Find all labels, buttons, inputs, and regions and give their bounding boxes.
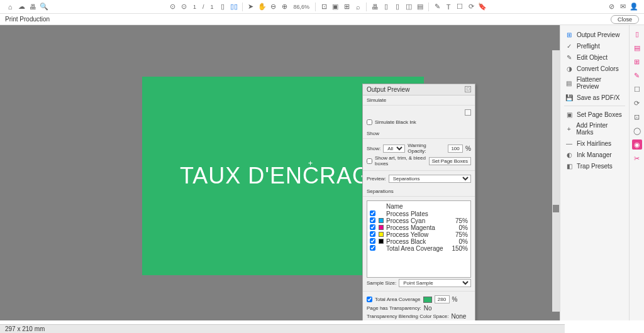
print-icon[interactable]: 🖶 xyxy=(28,2,38,12)
simulate-swatch-icon[interactable] xyxy=(465,109,471,116)
separation-value: 75% xyxy=(449,217,468,224)
sample-size-select[interactable]: Point Sample xyxy=(399,279,471,287)
separation-row[interactable]: Process Yellow75% xyxy=(369,231,469,238)
separation-row[interactable]: Process Cyan75% xyxy=(369,217,469,224)
tool-10-icon[interactable]: ✎ xyxy=(432,2,442,12)
panel-item-add-printer-marks[interactable]: +Add Printer Marks xyxy=(560,120,629,138)
zoom-in-icon[interactable]: ⊕ xyxy=(280,2,290,12)
panel-item-label: Ink Manager xyxy=(577,151,612,158)
crosshair-cursor: + xyxy=(308,159,313,168)
preview-select[interactable]: Separations xyxy=(389,175,471,183)
hand-icon[interactable]: ✋ xyxy=(257,2,267,12)
rail-icon-3[interactable]: ⊞ xyxy=(632,57,642,67)
tac-color-chip xyxy=(423,297,432,303)
separation-checkbox[interactable] xyxy=(370,217,375,223)
tool-12-icon[interactable]: ⟳ xyxy=(466,2,476,12)
panel-item-preflight[interactable]: ✓Preflight xyxy=(560,40,629,52)
separation-value: 150% xyxy=(449,245,468,252)
pointer-icon[interactable]: ➤ xyxy=(246,2,256,12)
page-current[interactable]: 1 xyxy=(191,4,199,10)
dialog-titlebar[interactable]: Output Preview □ xyxy=(363,84,475,96)
rail-icon-8[interactable]: ◯ xyxy=(632,126,642,136)
dialog-title: Output Preview xyxy=(367,86,409,93)
panel-item-convert-colors[interactable]: ◑Convert Colors xyxy=(560,63,629,74)
vertical-scrollbar[interactable] xyxy=(552,50,560,312)
show-art-trim-checkbox[interactable] xyxy=(367,158,372,164)
separation-name: Process Magenta xyxy=(386,224,449,231)
cloud-icon[interactable]: ☁ xyxy=(16,2,26,12)
tool-8-icon[interactable]: ◫ xyxy=(404,2,414,12)
spread-icon[interactable]: ▯▯ xyxy=(229,2,239,12)
separation-checkbox[interactable] xyxy=(370,245,375,251)
color-swatch xyxy=(379,239,384,244)
panel-item-icon: ▣ xyxy=(565,111,573,118)
profile-icon[interactable]: 👤 xyxy=(629,2,639,12)
scroll-thumb[interactable] xyxy=(553,205,559,212)
panel-item-icon: ▤ xyxy=(565,79,573,87)
page-total: 1 xyxy=(208,4,216,10)
down-arrow-icon[interactable]: ⊙ xyxy=(179,2,189,12)
bookmark-icon[interactable]: 🔖 xyxy=(477,2,487,12)
tool-7-icon[interactable]: ▯ xyxy=(392,2,402,12)
tool-2-icon[interactable]: ▣ xyxy=(330,2,340,12)
warning-opacity-input[interactable] xyxy=(448,145,463,153)
panel-item-fix-hairlines[interactable]: —Fix Hairlines xyxy=(560,138,629,149)
rail-icon-7[interactable]: ⊡ xyxy=(632,112,642,122)
text-tool-icon[interactable]: T xyxy=(443,2,453,12)
panel-item-icon: ◐ xyxy=(565,151,573,158)
panel-item-label: Preflight xyxy=(577,43,600,50)
rail-icon-6[interactable]: ⟳ xyxy=(632,98,642,108)
tac-label: Total Area Coverage xyxy=(375,297,421,302)
show-label: Show: xyxy=(367,146,380,151)
separation-checkbox[interactable] xyxy=(370,224,375,230)
show-art-trim-label: Show art, trim, & bleed boxes xyxy=(375,155,426,166)
tac-input[interactable] xyxy=(435,295,450,303)
rail-icon-2[interactable]: ▤ xyxy=(632,43,642,53)
rail-icon-5[interactable]: ☐ xyxy=(632,84,642,94)
up-arrow-icon[interactable]: ⊙ xyxy=(168,2,178,12)
share-icon[interactable]: ⊘ xyxy=(606,2,616,12)
tool-11-icon[interactable]: ☐ xyxy=(455,2,465,12)
dialog-close-icon[interactable]: □ xyxy=(465,86,471,92)
panel-item-output-preview[interactable]: ⊞Output Preview xyxy=(560,29,629,40)
panel-item-set-page-boxes[interactable]: ▣Set Page Boxes xyxy=(560,109,629,120)
tool-1-icon[interactable]: ⊡ xyxy=(319,2,329,12)
zoom-out-icon[interactable]: ⊖ xyxy=(269,2,279,12)
tool-5-icon[interactable]: 🖶 xyxy=(370,2,380,12)
tool-4-icon[interactable]: ⌕ xyxy=(353,2,363,12)
rail-icon-10[interactable]: ✂ xyxy=(632,153,642,163)
show-select[interactable]: All xyxy=(383,145,405,153)
panel-item-edit-object[interactable]: ✎Edit Object xyxy=(560,52,629,63)
separation-checkbox[interactable] xyxy=(370,231,375,237)
page-icon[interactable]: ▯ xyxy=(218,2,228,12)
panel-item-trap-presets[interactable]: ◧Trap Presets xyxy=(560,160,629,172)
simulate-section-label: Simulate xyxy=(363,96,475,106)
rail-icon-9[interactable]: ◉ xyxy=(632,139,642,150)
mail-icon[interactable]: ✉ xyxy=(618,2,628,12)
tac-checkbox[interactable] xyxy=(367,297,372,302)
separation-row[interactable]: Process Magenta0% xyxy=(369,224,469,231)
search-icon[interactable]: 🔍 xyxy=(39,2,49,12)
panel-item-ink-manager[interactable]: ◐Ink Manager xyxy=(560,149,629,160)
rail-icon-1[interactable]: ▯ xyxy=(632,29,642,39)
separation-row[interactable]: Process Plates xyxy=(369,210,469,217)
rail-icon-4[interactable]: ✎ xyxy=(632,70,642,80)
zoom-level[interactable]: 86,6% xyxy=(291,4,313,10)
panel-item-flattener-preview[interactable]: ▤Flattener Preview xyxy=(560,74,629,92)
separation-row[interactable]: Total Area Coverage150% xyxy=(369,245,469,252)
tool-6-icon[interactable]: ▯ xyxy=(381,2,391,12)
tool-3-icon[interactable]: ⊞ xyxy=(341,2,352,12)
separation-checkbox[interactable] xyxy=(370,210,375,216)
canvas-area[interactable]: TAUX D'ENCRAGE + Output Preview □ Simula… xyxy=(0,25,560,320)
page-sep: / xyxy=(200,4,207,10)
separation-checkbox[interactable] xyxy=(370,238,375,244)
separation-row[interactable]: Process Black0% xyxy=(369,238,469,245)
simulate-black-ink-checkbox[interactable] xyxy=(367,119,372,125)
tool-9-icon[interactable]: ▤ xyxy=(415,2,425,12)
panel-item-save-as-pdf-x[interactable]: 💾Save as PDF/X xyxy=(560,92,629,103)
home-icon[interactable]: ⌂ xyxy=(5,2,15,12)
close-button[interactable]: Close xyxy=(611,15,639,24)
blending-label: Transparency Blending Color Space: xyxy=(367,314,448,319)
panel-item-icon: — xyxy=(565,139,573,147)
set-page-boxes-button[interactable]: Set Page Boxes xyxy=(429,157,471,165)
